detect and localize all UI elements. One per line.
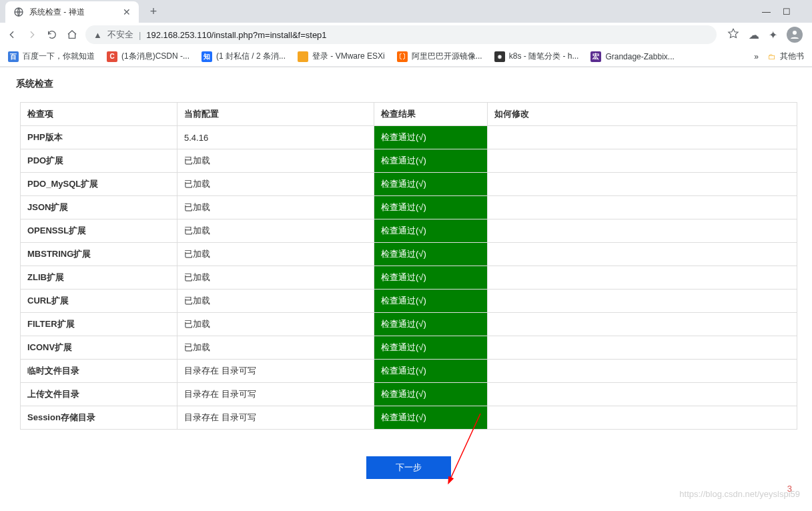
forward-button[interactable] [25,28,39,41]
table-row: FILTER扩展已加载检查通过(√) [21,313,797,336]
nav-bar: ▲ 不安全 | 192.168.253.110/install.php?m=in… [0,23,812,47]
bookmark-favicon: 知 [201,51,212,62]
bookmark-item[interactable]: 知(1 封私信 / 2 条消... [201,51,286,62]
cell-check-result: 检查通过(√) [374,219,488,243]
tab-close-icon[interactable]: ✕ [123,7,131,17]
bookmark-label: (1 封私信 / 2 条消... [216,51,286,62]
cell-current-config: 5.4.16 [177,126,374,149]
address-separator: | [139,30,141,40]
cell-how-to-fix [488,126,797,149]
bookmark-item[interactable]: ⎈k8s - 随笔分类 - h... [494,51,579,62]
insecure-icon: ▲ [93,30,102,40]
cell-check-result: 检查通过(√) [374,313,488,336]
cell-check-result: 检查通过(√) [374,383,488,406]
tab-strip: 系统检查 - 禅道 ✕ + — ☐ [0,0,812,23]
cell-check-item: MBSTRING扩展 [21,243,177,266]
home-button[interactable] [65,28,79,41]
corner-badge: 3 [787,484,792,494]
th-check-item: 检查项 [21,103,177,126]
cell-current-config: 已加载 [177,196,374,219]
bookmark-label: 阿里巴巴开源镜像... [412,51,482,62]
cell-check-item: ICONV扩展 [21,336,177,360]
cell-check-item: ZLIB扩展 [21,266,177,290]
bookmark-overflow: » 🗀 其他书 [754,51,804,62]
table-row: 临时文件目录目录存在 目录可写检查通过(√) [21,360,797,383]
reload-button[interactable] [45,28,59,41]
window-controls: — ☐ [762,7,812,17]
cell-how-to-fix [488,313,797,336]
cell-check-result: 检查通过(√) [374,149,488,173]
table-row: MBSTRING扩展已加载检查通过(√) [21,243,797,266]
bookmark-label: 百度一下，你就知道 [23,51,95,62]
cell-check-item: CURL扩展 [21,290,177,313]
cell-check-result: 检查通过(√) [374,336,488,360]
cell-current-config: 目录存在 目录可写 [177,406,374,430]
folder-icon: 🗀 [768,52,776,61]
bookmark-star-icon[interactable] [727,27,739,42]
other-bookmarks-folder[interactable]: 🗀 其他书 [768,51,804,62]
address-bar[interactable]: ▲ 不安全 | 192.168.253.110/install.php?m=in… [85,25,717,44]
table-row: JSON扩展已加载检查通过(√) [21,196,797,219]
bookmark-bar: 百百度一下，你就知道C(1条消息)CSDN -...知(1 封私信 / 2 条消… [0,47,812,67]
browser-tab[interactable]: 系统检查 - 禅道 ✕ [5,1,139,23]
cell-how-to-fix [488,360,797,383]
cell-check-result: 检查通过(√) [374,126,488,149]
bookmark-favicon: 〔〕 [397,51,408,62]
bookmark-item[interactable]: 〔〕阿里巴巴开源镜像... [397,51,482,62]
watermark-text: https://blog.csdn.net/yeyslspi59 [679,489,800,499]
profile-avatar[interactable] [787,27,803,43]
cell-how-to-fix [488,383,797,406]
cell-how-to-fix [488,290,797,313]
cell-how-to-fix [488,336,797,360]
bookmark-item[interactable]: 宏Grandage-Zabbix... [590,51,674,62]
cell-check-item: PDO扩展 [21,149,177,173]
cell-current-config: 已加载 [177,173,374,196]
cell-check-item: 临时文件目录 [21,360,177,383]
minimize-button[interactable]: — [762,7,771,17]
back-button[interactable] [5,28,19,41]
cell-current-config: 目录存在 目录可写 [177,360,374,383]
maximize-button[interactable]: ☐ [783,7,791,17]
page-title: 系统检查 [5,78,812,102]
cell-current-config: 已加载 [177,336,374,360]
url-text: 192.168.253.110/install.php?m=install&f=… [146,30,326,40]
cell-check-result: 检查通过(√) [374,406,488,430]
cell-check-result: 检查通过(√) [374,196,488,219]
extensions-icon[interactable]: ✦ [769,29,777,41]
cell-check-item: 上传文件目录 [21,383,177,406]
table-row: ZLIB扩展已加载检查通过(√) [21,266,797,290]
bookmark-favicon [298,51,308,62]
cell-how-to-fix [488,173,797,196]
cell-current-config: 已加载 [177,219,374,243]
cell-check-result: 检查通过(√) [374,290,488,313]
cell-current-config: 已加载 [177,243,374,266]
bookmark-favicon: C [107,51,117,62]
table-row: Session存储目录目录存在 目录可写检查通过(√) [21,406,797,430]
new-tab-button[interactable]: + [144,2,163,21]
cell-check-item: OPENSSL扩展 [21,219,177,243]
bookmark-item[interactable]: C(1条消息)CSDN -... [107,51,189,62]
cell-current-config: 已加载 [177,313,374,336]
cloud-icon[interactable]: ☁ [749,29,759,41]
cell-how-to-fix [488,219,797,243]
cell-check-result: 检查通过(√) [374,360,488,383]
cell-check-item: FILTER扩展 [21,313,177,336]
cell-how-to-fix [488,196,797,219]
tab-title: 系统检查 - 禅道 [29,7,85,18]
globe-icon [13,7,24,17]
bookmark-more-chevron[interactable]: » [754,52,759,61]
bookmark-item[interactable]: 登录 - VMware ESXi [298,51,385,62]
bookmark-label: Grandage-Zabbix... [605,52,674,61]
bookmark-item[interactable]: 百百度一下，你就知道 [8,51,95,62]
th-current-config: 当前配置 [177,103,374,126]
table-row: OPENSSL扩展已加载检查通过(√) [21,219,797,243]
system-check-table: 检查项 当前配置 检查结果 如何修改 PHP版本5.4.16检查通过(√)PDO… [20,102,797,430]
cell-check-result: 检查通过(√) [374,173,488,196]
next-step-button[interactable]: 下一步 [366,456,451,479]
th-how-to-fix: 如何修改 [488,103,797,126]
cell-check-item: JSON扩展 [21,196,177,219]
cell-check-item: Session存储目录 [21,406,177,430]
cell-how-to-fix [488,149,797,173]
bookmark-favicon: 百 [8,51,19,62]
insecure-label: 不安全 [107,29,133,41]
